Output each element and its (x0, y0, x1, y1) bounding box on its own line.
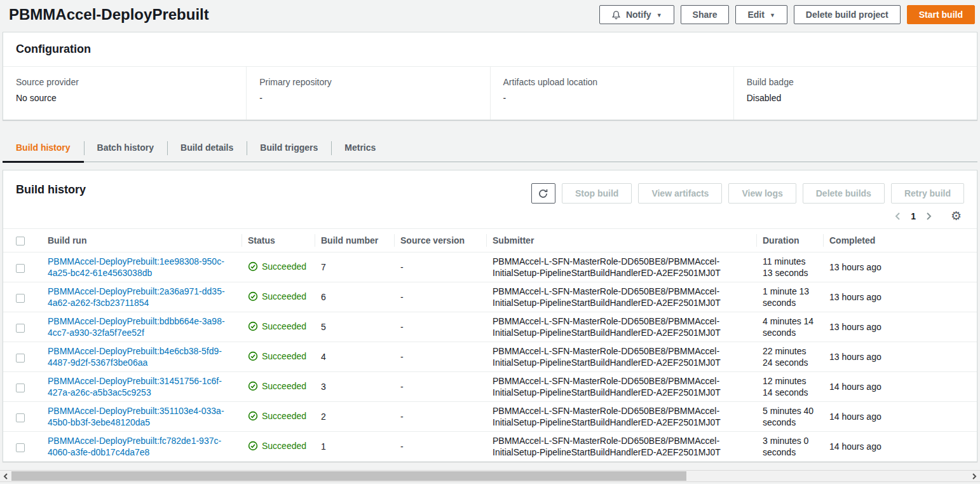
status-badge: Succeeded (248, 261, 306, 272)
delete-build-project-button[interactable]: Delete build project (794, 5, 901, 24)
scrollbar-thumb[interactable] (11, 471, 686, 481)
build-history-toolbar: Stop build View artifacts View logs Dele… (531, 183, 964, 204)
build-run-link[interactable]: PBMMAccel-DeployPrebuilt:351103e4-033a-4… (48, 406, 224, 427)
field-label: Source provider (16, 77, 233, 87)
build-history-table-body: PBMMAccel-DeployPrebuilt:1ee98308-950c-4… (3, 252, 977, 462)
horizontal-scrollbar[interactable] (0, 470, 980, 482)
configuration-title: Configuration (16, 43, 964, 56)
field-label: Build badge (747, 77, 964, 87)
notify-button[interactable]: Notify ▼ (599, 5, 674, 24)
source-version-cell: - (394, 312, 486, 342)
submitter-cell: PBMMAccel-L-SFN-MasterRole-DD650BE8/PBMM… (486, 432, 756, 462)
tab-build-details[interactable]: Build details (167, 134, 247, 162)
field-value: No source (16, 93, 233, 103)
status-text: Succeeded (262, 410, 306, 422)
success-check-icon (248, 441, 258, 451)
completed-cell: 13 hours ago (823, 312, 977, 342)
source-version-cell: - (394, 342, 486, 372)
build-run-link[interactable]: PBMMAccel-DeployPrebuilt:1ee98308-950c-4… (48, 256, 224, 278)
retry-build-button[interactable]: Retry build (891, 183, 964, 204)
duration-cell: 5 minutes 40 seconds (756, 402, 823, 432)
status-text: Succeeded (262, 261, 306, 272)
duration-cell: 11 minutes 13 seconds (756, 252, 823, 282)
tab-metrics[interactable]: Metrics (331, 134, 389, 162)
select-all-checkbox[interactable] (16, 237, 25, 245)
tab-batch-history[interactable]: Batch history (84, 134, 167, 162)
build-history-title: Build history (16, 183, 86, 197)
build-run-link[interactable]: PBMMAccel-DeployPrebuilt:2a36a971-dd35-4… (48, 286, 225, 308)
status-badge: Succeeded (248, 291, 306, 302)
view-artifacts-button[interactable]: View artifacts (638, 183, 722, 204)
scrollbar-track[interactable] (11, 471, 969, 481)
previous-page-button[interactable] (894, 212, 901, 221)
row-checkbox[interactable] (16, 294, 25, 303)
completed-cell: 14 hours ago (823, 372, 977, 402)
row-checkbox[interactable] (16, 384, 25, 392)
row-checkbox[interactable] (16, 264, 25, 273)
column-header-completed: Completed (823, 229, 977, 252)
column-header-build-run: Build run (35, 229, 242, 252)
view-logs-button[interactable]: View logs (728, 183, 796, 204)
status-badge: Succeeded (248, 440, 306, 452)
config-field-primary-repository: Primary repository - (246, 67, 489, 120)
success-check-icon (248, 351, 258, 361)
tab-build-triggers[interactable]: Build triggers (247, 134, 331, 162)
build-history-panel: Build history Stop build View artifacts … (3, 170, 977, 462)
chevron-down-icon: ▼ (770, 13, 775, 18)
table-row: PBMMAccel-DeployPrebuilt:bdbb664e-3a98-4… (3, 312, 977, 342)
refresh-button[interactable] (531, 183, 555, 204)
configuration-fields: Source provider No source Primary reposi… (3, 67, 977, 120)
status-text: Succeeded (262, 380, 306, 392)
table-row: PBMMAccel-DeployPrebuilt:31451756-1c6f-4… (3, 372, 977, 402)
page-title: PBMMAccel-DeployPrebuilt (9, 6, 209, 24)
stop-build-button[interactable]: Stop build (562, 183, 632, 204)
chevron-right-icon (972, 473, 977, 480)
completed-cell: 14 hours ago (823, 402, 977, 432)
scroll-right-arrow[interactable] (969, 471, 980, 481)
build-run-link[interactable]: PBMMAccel-DeployPrebuilt:bdbb664e-3a98-4… (48, 316, 225, 338)
row-checkbox[interactable] (16, 324, 25, 333)
delete-builds-button[interactable]: Delete builds (803, 183, 885, 204)
build-history-header: Build history Stop build View artifacts … (3, 170, 977, 204)
submitter-cell: PBMMAccel-L-SFN-MasterRole-DD650BE8/PBMM… (486, 372, 756, 402)
completed-cell: 13 hours ago (823, 252, 977, 282)
completed-cell: 14 hours ago (823, 432, 977, 462)
build-number-cell: 2 (315, 402, 394, 432)
table-row: PBMMAccel-DeployPrebuilt:fc782de1-937c-4… (3, 432, 977, 462)
status-badge: Succeeded (248, 380, 306, 392)
completed-cell: 13 hours ago (823, 342, 977, 372)
build-run-link[interactable]: PBMMAccel-DeployPrebuilt:fc782de1-937c-4… (48, 436, 221, 457)
configuration-panel: Configuration Source provider No source … (3, 32, 977, 120)
build-run-link[interactable]: PBMMAccel-DeployPrebuilt:b4e6cb38-5fd9-4… (48, 346, 222, 368)
status-text: Succeeded (262, 440, 306, 452)
row-checkbox[interactable] (16, 443, 25, 452)
table-row: PBMMAccel-DeployPrebuilt:b4e6cb38-5fd9-4… (3, 342, 977, 372)
header-actions: Notify ▼ Share Edit ▼ Delete build proje… (599, 5, 975, 24)
field-value: - (503, 93, 721, 103)
success-check-icon (248, 261, 258, 272)
success-check-icon (248, 291, 258, 301)
source-version-cell: - (394, 372, 486, 402)
field-label: Artifacts upload location (503, 77, 721, 87)
edit-button[interactable]: Edit ▼ (735, 5, 787, 24)
source-version-cell: - (394, 402, 486, 432)
current-page-number[interactable]: 1 (911, 211, 916, 221)
column-header-status: Status (242, 229, 315, 252)
scroll-left-arrow[interactable] (0, 471, 11, 481)
page-header: PBMMAccel-DeployPrebuilt Notify ▼ Share … (3, 0, 977, 32)
status-badge: Succeeded (248, 410, 306, 422)
next-page-button[interactable] (925, 212, 932, 221)
duration-cell: 22 minutes 24 seconds (756, 342, 823, 372)
share-button[interactable]: Share (681, 5, 730, 24)
row-checkbox[interactable] (16, 413, 25, 422)
start-build-button[interactable]: Start build (907, 5, 975, 24)
bell-icon (611, 10, 621, 20)
tab-build-history[interactable]: Build history (3, 134, 84, 162)
table-settings-button[interactable]: ⚙ (951, 210, 962, 222)
submitter-cell: PBMMAccel-L-SFN-MasterRole-DD650BE8/PBMM… (486, 312, 756, 342)
row-checkbox[interactable] (16, 354, 25, 363)
source-version-cell: - (394, 282, 486, 312)
project-tabs: Build history Batch history Build detail… (3, 134, 977, 162)
build-run-link[interactable]: PBMMAccel-DeployPrebuilt:31451756-1c6f-4… (48, 376, 222, 398)
build-number-cell: 3 (315, 372, 394, 402)
